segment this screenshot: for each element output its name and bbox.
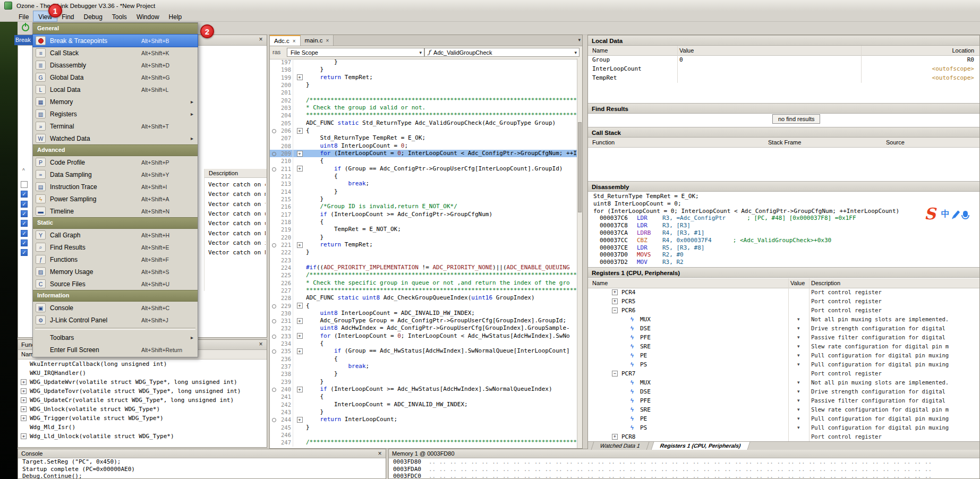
fold-toggle[interactable]: + (293, 241, 306, 249)
breakpoint-marker[interactable] (270, 332, 277, 340)
value-dropdown-icon[interactable]: ▾ (797, 360, 800, 369)
ime-logo-icon[interactable]: S (924, 207, 936, 221)
code-line[interactable]: 220 } (270, 234, 578, 241)
disassembly-instruction[interactable]: 000037CCCBZR4, 0x000037F4; <Adc_ValidGro… (588, 237, 979, 244)
code-line[interactable]: 209+ for (InterLoopCount = 0; InterLoopC… (270, 150, 578, 157)
tab-overflow-icon[interactable]: ▾ (578, 37, 581, 42)
function-list-item[interactable]: +WDG_UpdateWvr(volatile struct WDG_Type*… (18, 378, 267, 387)
menu-item-memory-usage[interactable]: ▨Memory UsageAlt+Shift+S (33, 266, 198, 278)
code-line[interactable]: 219 TempRet = E_NOT_OK; (270, 226, 578, 233)
value-dropdown-icon[interactable]: ▾ (797, 414, 800, 423)
code-line[interactable]: 245} (270, 424, 578, 431)
local-data-row[interactable]: Group0R0 (588, 55, 979, 64)
code-line[interactable]: 221+ return TempRet; (270, 241, 578, 249)
value-dropdown-icon[interactable]: ▾ (797, 387, 800, 396)
code-line[interactable]: 230 uint8 InterLoopCount = ADC_INVALID_H… (270, 310, 578, 317)
menu-debug[interactable]: Debug (79, 11, 107, 21)
memory-row[interactable]: 0003FDA0.. .. .. .. .. .. .. .. .. .. ..… (389, 466, 979, 473)
checkbox-checked[interactable]: ✓ (21, 239, 28, 246)
menu-item-memory[interactable]: ▦Memory▸ (33, 96, 198, 108)
code-line[interactable]: 218 { (270, 218, 578, 226)
menu-item-terminal[interactable]: »TerminalAlt+Shift+T (33, 120, 198, 132)
local-data-row[interactable]: InterLoopCount<outofscope> (588, 64, 979, 73)
collapse-minus-icon[interactable]: − (612, 371, 618, 377)
register-field-row[interactable]: ϟMUX▾Not all pin muxing slots are implem… (588, 315, 979, 324)
register-field-row[interactable]: ϟPFE▾Passive filter configuration for di… (588, 396, 979, 405)
function-list-item[interactable]: +WDG_UpdateTovr(volatile struct WDG_Type… (18, 387, 267, 396)
code-line[interactable]: 202/************************************… (270, 97, 578, 104)
code-line[interactable]: 224#if((ADC_PRIORITY_IMPLEMENTATION != A… (270, 264, 578, 271)
fold-toggle[interactable]: + (293, 302, 306, 310)
code-line[interactable]: 235+ if (Group == Adc_HwStatus[AdcHwInde… (270, 347, 578, 355)
menu-item-call-stack[interactable]: ≡Call StackAlt+Shift+K (33, 47, 198, 59)
close-icon[interactable]: × (257, 340, 265, 348)
memory-row[interactable]: 0003FDC0.. .. .. .. .. .. .. .. .. .. ..… (389, 473, 979, 479)
disassembly-instruction[interactable]: 000037C6LDRR3, =Adc_ConfigPtr; [PC, #48]… (588, 215, 979, 222)
menu-item-find-results[interactable]: ⌕Find ResultsAlt+Shift+E (33, 241, 198, 253)
close-icon[interactable]: × (326, 38, 329, 44)
menu-item-source-files[interactable]: CSource FilesAlt+Shift+U (33, 278, 198, 290)
code-line[interactable]: 198 } (270, 66, 578, 73)
code-line[interactable]: 212 { (270, 173, 578, 180)
register-field-row[interactable]: ϟSRE▾Slew rate configuration for digital… (588, 405, 979, 414)
tab-registers-1[interactable]: Registers 1 (CPU, Peripherals) (651, 442, 750, 450)
register-row[interactable]: −PCR7Port control register (588, 369, 979, 378)
menu-help[interactable]: Help (164, 11, 187, 21)
column-source[interactable]: Source (886, 138, 905, 147)
breakpoint-marker[interactable] (270, 416, 277, 423)
expand-plus-icon[interactable]: + (21, 433, 27, 439)
code-line[interactable]: 233+ for (InterLoopCount = 0; InterLoopC… (270, 332, 578, 340)
value-dropdown-icon[interactable]: ▾ (797, 423, 800, 432)
value-dropdown-icon[interactable]: ▾ (797, 405, 800, 414)
expand-plus-icon[interactable]: + (612, 289, 618, 295)
register-field-row[interactable]: ϟPE▾Pull configuration for digital pin m… (588, 414, 979, 423)
editor-tab-adc-c[interactable]: Adc.c× (270, 35, 301, 46)
fold-toggle[interactable]: + (293, 416, 306, 423)
code-line[interactable]: 197 } (270, 58, 578, 66)
column-location[interactable]: Location (952, 46, 974, 55)
code-line[interactable]: 213 break; (270, 180, 578, 187)
code-line[interactable]: 211+ if (Group == Adc_ConfigPtr->GroupUs… (270, 165, 578, 173)
fold-toggle[interactable]: + (293, 165, 306, 173)
code-line[interactable]: 234 { (270, 340, 578, 347)
menu-item-j-link-control-panel[interactable]: ⚙J-Link Control PanelAlt+Shift+J (33, 314, 198, 326)
expand-plus-icon[interactable]: + (612, 298, 618, 304)
menu-item-enter-full-screen[interactable]: Enter Full ScreenAlt+Shift+Return (33, 344, 198, 356)
checkbox-checked[interactable]: ✓ (21, 220, 28, 227)
register-field-row[interactable]: ϟDSE▾Drive strength configuration for di… (588, 387, 979, 396)
menu-item-code-profile[interactable]: PCode ProfileAlt+Shift+P (33, 156, 198, 168)
code-line[interactable]: 217 if (InterLoopCount >= Adc_ConfigPtr-… (270, 211, 578, 218)
column-name[interactable]: Name (592, 46, 608, 55)
function-list-item[interactable]: +WDG_Unlock(volatile struct WDG_Type*) (18, 405, 267, 414)
register-field-row[interactable]: ϟDSE▾Drive strength configuration for di… (588, 324, 979, 333)
file-scope-dropdown[interactable]: File Scope ▾ (287, 48, 424, 57)
code-line[interactable]: 204*************************************… (270, 112, 578, 119)
disassembly-instruction[interactable]: 000037CELDRR5, [R3, #8] (588, 244, 979, 252)
code-line[interactable]: 214 } (270, 188, 578, 195)
ime-language-icon[interactable]: 中 (941, 209, 950, 220)
expand-plus-icon[interactable]: + (21, 406, 27, 412)
value-dropdown-icon[interactable]: ▾ (797, 396, 800, 405)
code-line[interactable]: 200} (270, 81, 578, 89)
menu-item-global-data[interactable]: GGlobal DataAlt+Shift+G (33, 71, 198, 83)
register-field-row[interactable]: ϟPE▾Pull configuration for digital pin m… (588, 351, 979, 360)
menu-window[interactable]: Window (132, 11, 164, 21)
breakpoint-marker[interactable] (270, 150, 277, 157)
menu-tools[interactable]: Tools (107, 11, 132, 21)
fold-toggle[interactable]: + (293, 150, 306, 157)
checkbox-checked[interactable]: ✓ (21, 201, 28, 208)
expand-plus-icon[interactable]: + (21, 397, 27, 403)
code-line[interactable]: 223 (270, 256, 578, 264)
tab-watched-data-1[interactable]: Watched Data 1 (591, 442, 650, 450)
code-line[interactable]: 205ADC_FUNC static Std_ReturnType Adc_Va… (270, 119, 578, 127)
menu-file[interactable]: File (14, 11, 33, 21)
code-line[interactable]: 226* Check the specific group in queue o… (270, 279, 578, 287)
fold-toggle[interactable]: + (293, 317, 306, 324)
scrollbar-thumb[interactable] (578, 122, 582, 212)
value-dropdown-icon[interactable]: ▾ (797, 333, 800, 342)
menu-item-registers[interactable]: ▥Registers▸ (33, 108, 198, 120)
code-line[interactable]: 206+{ (270, 127, 578, 134)
code-line[interactable]: 240+ if (InterLoopCount >= Adc_HwStatus[… (270, 386, 578, 393)
code-line[interactable]: 238 } (270, 370, 578, 378)
code-line[interactable]: 232 uint8 AdcHwIndex = Adc_ConfigPtr->Gr… (270, 324, 578, 332)
